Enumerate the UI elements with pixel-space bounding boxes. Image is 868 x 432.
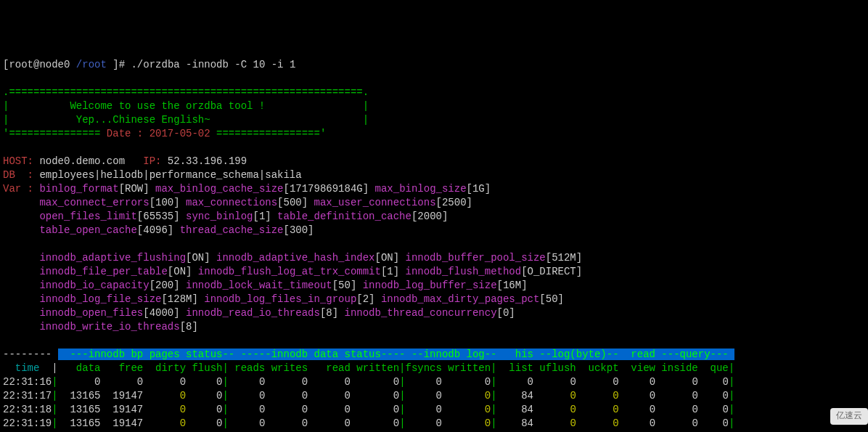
var-name: innodb_read_io_threads bbox=[186, 307, 320, 319]
var-val: [128M] bbox=[161, 293, 204, 305]
banner-bottom-suffix: =================' bbox=[210, 128, 332, 139]
var-val: [50] bbox=[539, 293, 570, 305]
command-text: ./orzdba -innodb -C 10 -i 1 bbox=[131, 59, 295, 70]
var-name: binlog_format bbox=[33, 183, 119, 195]
header-time: time bbox=[3, 362, 52, 374]
var-name: innodb_file_per_table bbox=[3, 266, 168, 277]
data-rows: 22:31:16| 0 0 0 0| 0 0 0 0| 0 0| 0 0 0 0… bbox=[3, 376, 734, 432]
var-val: [500] bbox=[277, 197, 314, 208]
var-name: innodb_adaptive_hash_index bbox=[216, 252, 374, 264]
var-val: [1] bbox=[381, 266, 406, 277]
header-dashes: -------- bbox=[3, 349, 58, 360]
var-name: max_binlog_cache_size bbox=[155, 183, 283, 195]
var-name: innodb_log_files_in_group bbox=[204, 293, 356, 305]
var-name: innodb_adaptive_flushing bbox=[3, 252, 186, 264]
banner-bottom-prefix: '=============== bbox=[3, 128, 107, 139]
header-pipe: | bbox=[52, 362, 57, 374]
row-time: 22:31:18 bbox=[3, 404, 52, 415]
var-val: [50] bbox=[332, 280, 363, 291]
vars-block: binlog_format[ROW] max_binlog_cache_size… bbox=[3, 183, 589, 333]
var-name: max_connections bbox=[186, 197, 277, 208]
header-groups: ---innodb bp pages status-- -----innodb … bbox=[58, 349, 735, 360]
var-name: innodb_log_buffer_size bbox=[363, 280, 497, 291]
var-name: max_binlog_size bbox=[375, 183, 467, 195]
var-val: [ROW] bbox=[119, 183, 155, 195]
prompt-userhost: [root@node0 bbox=[3, 59, 76, 70]
var-val: [1G] bbox=[467, 183, 497, 195]
host-label: HOST: bbox=[3, 155, 33, 167]
var-val: [ON] bbox=[186, 252, 216, 264]
banner-top: .=======================================… bbox=[3, 86, 369, 98]
var-val: [100] bbox=[150, 197, 186, 208]
var-name: innodb_log_file_size bbox=[3, 293, 161, 305]
row-time: 22:31:17 bbox=[3, 390, 52, 402]
var-val: [ON] bbox=[168, 266, 198, 277]
var-name: thread_cache_size bbox=[180, 224, 284, 236]
var-name: innodb_max_dirty_pages_pct bbox=[381, 293, 539, 305]
var-name: max_user_connections bbox=[314, 197, 436, 208]
var-name: table_definition_cache bbox=[277, 211, 412, 222]
watermark-logo: 亿速云 bbox=[830, 408, 868, 425]
var-name: innodb_open_files bbox=[3, 307, 143, 319]
var-name: innodb_flush_log_at_trx_commit bbox=[198, 266, 381, 277]
var-name: open_files_limit bbox=[3, 211, 137, 222]
db-label: DB : bbox=[3, 169, 33, 181]
host-value: node0.demo.com bbox=[33, 155, 125, 167]
var-val: [17179869184G] bbox=[284, 183, 375, 195]
var-name: max_connect_errors bbox=[3, 197, 150, 208]
var-val: [8] bbox=[320, 307, 345, 319]
var-val: [0] bbox=[497, 307, 522, 319]
header-cols: data free dirty flush| reads writes read… bbox=[58, 362, 735, 374]
var-val: [ON] bbox=[375, 252, 406, 264]
var-name: table_open_cache bbox=[3, 224, 137, 236]
var-name: innodb_write_io_threads bbox=[3, 321, 180, 333]
db-value: employees|hellodb|performance_schema|sak… bbox=[33, 169, 302, 181]
var-val: [4096] bbox=[137, 224, 180, 236]
var-val: [512M] bbox=[546, 252, 589, 264]
var-val: [4000] bbox=[143, 307, 186, 319]
var-val: [O_DIRECT] bbox=[521, 266, 588, 277]
var-val: [8] bbox=[180, 321, 205, 333]
var-val: [2500] bbox=[436, 197, 479, 208]
var-name: innodb_buffer_pool_size bbox=[406, 252, 546, 264]
var-name: innodb_lock_wait_timeout bbox=[186, 280, 332, 291]
banner-line1: | Welcome to use the orzdba tool ! | bbox=[3, 100, 369, 112]
terminal[interactable]: [root@node0 /root ]# ./orzdba -innodb -C… bbox=[3, 58, 865, 432]
var-val: [2000] bbox=[412, 211, 454, 222]
var-val: [16M] bbox=[497, 280, 533, 291]
var-name: innodb_io_capacity bbox=[3, 280, 150, 291]
var-val: [1] bbox=[253, 211, 277, 222]
var-name: innodb_thread_concurrency bbox=[345, 307, 497, 319]
var-val: [2] bbox=[356, 293, 381, 305]
row-time: 22:31:16 bbox=[3, 376, 52, 388]
ip-label: IP: bbox=[125, 155, 161, 167]
var-label: Var : bbox=[3, 183, 33, 195]
prompt-path: /root bbox=[76, 59, 112, 70]
var-val: [65535] bbox=[137, 211, 186, 222]
banner-date: Date : 2017-05-02 bbox=[107, 128, 210, 139]
var-val: [300] bbox=[283, 224, 319, 236]
ip-value: 52.33.196.199 bbox=[161, 155, 247, 167]
prompt-bracket: ]# bbox=[112, 59, 131, 70]
var-name: sync_binlog bbox=[186, 211, 253, 222]
row-time: 22:31:19 bbox=[3, 417, 52, 429]
var-val: [200] bbox=[150, 280, 186, 291]
banner-line2: | Yep...Chinese English~ | bbox=[3, 114, 369, 126]
var-name: innodb_flush_method bbox=[406, 266, 522, 277]
